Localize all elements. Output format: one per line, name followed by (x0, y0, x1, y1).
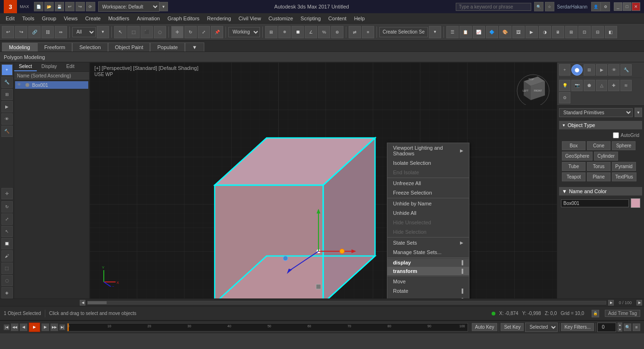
undo-btn[interactable]: ↩ (65, 2, 75, 11)
lock-selection-btn[interactable]: 🔒 (592, 310, 599, 317)
btn-cone[interactable]: Cone (587, 141, 611, 150)
left-utils-icon[interactable]: 🔨 (1, 126, 13, 137)
right-icon-plus[interactable]: + (559, 64, 570, 76)
timeline-prev-frame-btn[interactable]: ◀ (20, 323, 27, 331)
menu-scripting[interactable]: Scripting (297, 15, 325, 22)
btn-pyramid[interactable]: Pyramid (612, 162, 636, 171)
scene-tab-display[interactable]: Display (37, 62, 62, 71)
help-bookmark-btn[interactable]: ☆ (545, 2, 554, 11)
redo-toolbar-btn[interactable]: ↪ (15, 26, 27, 38)
save-btn[interactable]: 💾 (55, 2, 64, 11)
menu-edit[interactable]: Edit (2, 15, 18, 22)
cm-freeze-selection[interactable]: Freeze Selection (387, 188, 469, 197)
timeline-play-btn[interactable]: ▶ (29, 323, 40, 332)
ribbon-btn[interactable]: 📋 (460, 26, 472, 38)
btn-tube[interactable]: Tube (562, 162, 585, 171)
move-btn[interactable]: ✛ (171, 26, 184, 38)
autogrid-checkbox[interactable] (613, 132, 619, 138)
menu-modifiers[interactable]: Modifiers (104, 15, 133, 22)
unlink-btn[interactable]: ⛓ (42, 26, 54, 38)
scroll-right2-btn[interactable]: ▶ (636, 300, 642, 306)
extra-btn2[interactable]: ⊡ (578, 26, 591, 38)
cm-hide-unselected[interactable]: Hide Unselected (387, 218, 469, 227)
spinner-snap-btn[interactable]: ⊛ (331, 26, 343, 38)
extra-btn4[interactable]: ◧ (605, 26, 617, 38)
menu-create[interactable]: Create (81, 15, 104, 22)
close-btn[interactable]: ✕ (632, 2, 640, 11)
cm-scale[interactable]: Scale ▐ (387, 296, 469, 298)
render-btn[interactable]: ▶ (526, 26, 538, 38)
select-lasso-btn[interactable]: ◌ (154, 26, 166, 38)
curve-editor-btn[interactable]: 📈 (473, 26, 485, 38)
cm-isolate-selection[interactable]: Isolate Selection (387, 158, 469, 168)
layer-btn[interactable]: ☰ (446, 26, 459, 38)
set-key-btn[interactable]: Set Key (501, 323, 524, 331)
right-icon-modify[interactable]: ⬤ (571, 64, 583, 76)
frame-spinner[interactable]: ▲ ▼ (618, 323, 622, 332)
right-icon-light[interactable]: 💡 (559, 80, 570, 91)
render-frame-btn[interactable]: 🖥 (552, 26, 564, 38)
filter-dropdown[interactable]: All (72, 27, 96, 37)
right-icon-camera[interactable]: 📷 (571, 80, 583, 91)
btn-geosphere[interactable]: GeoSphere (562, 152, 593, 161)
open-btn[interactable]: 📂 (44, 2, 54, 11)
render-setup-btn[interactable]: 🖼 (512, 26, 525, 38)
new-btn[interactable]: 📄 (34, 2, 43, 11)
workspace-settings-btn[interactable]: ▼ (159, 2, 168, 11)
select-region-btn[interactable]: ⬚ (127, 26, 140, 38)
ref-coord-btn[interactable]: ⊞ (265, 26, 277, 38)
right-icon-systems[interactable]: ⚙ (559, 92, 570, 103)
left-modify-icon[interactable]: 🔧 (1, 77, 13, 88)
btn-torus[interactable]: Torus (587, 162, 611, 171)
material-btn[interactable]: 🎨 (499, 26, 511, 38)
timeline-prev-btn[interactable]: ◀◀ (11, 323, 18, 331)
right-icon-hierarchy[interactable]: ⊞ (584, 64, 595, 76)
tab-freeform[interactable]: Freeform (37, 43, 73, 51)
left-rotate-tool[interactable]: ↻ (1, 201, 13, 213)
btn-plane[interactable]: Plane (587, 172, 611, 181)
mirror-btn[interactable]: ⇌ (349, 26, 361, 38)
right-icon-geo[interactable]: ⬟ (584, 80, 595, 91)
right-icon-helpers[interactable]: ✚ (608, 80, 619, 91)
timeline-next-btn[interactable]: ▶▶ (50, 323, 58, 331)
left-display-icon[interactable]: 👁 (1, 113, 13, 125)
tab-object-paint[interactable]: Object Paint (108, 43, 151, 51)
schematic-btn[interactable]: 🔷 (486, 26, 498, 38)
left-rect-icon[interactable]: ⬚ (1, 263, 13, 274)
snap3d-btn[interactable]: 🔲 (292, 26, 304, 38)
left-move-tool[interactable]: ✛ (1, 188, 13, 199)
scene-tab-edit[interactable]: Edit (62, 62, 79, 71)
standard-primitives-dropdown[interactable]: Standard Primitives (559, 108, 633, 117)
btn-sphere[interactable]: Sphere (612, 141, 636, 150)
bind-btn[interactable]: ⇔ (55, 26, 67, 38)
timeline-home-btn[interactable]: |◀ (4, 324, 9, 330)
link-btn[interactable]: 🔗 (28, 26, 41, 38)
left-extra-icon[interactable]: ◈ (1, 287, 13, 298)
menu-views[interactable]: Views (60, 15, 81, 22)
cm-hide-selection[interactable]: Hide Selection (387, 227, 469, 237)
btn-textplus[interactable]: TextPlus (612, 172, 636, 181)
history-btn[interactable]: ⟳ (86, 2, 95, 11)
menu-graph-editors[interactable]: Graph Editors (164, 15, 203, 22)
menu-rendering[interactable]: Rendering (203, 15, 235, 22)
search-submit-btn[interactable]: 🔍 (534, 2, 544, 11)
auto-key-btn[interactable]: Auto Key (472, 323, 498, 331)
cm-move[interactable]: Move (387, 277, 469, 286)
left-create-icon[interactable]: + (1, 64, 13, 76)
menu-tools[interactable]: Tools (18, 15, 38, 22)
tab-populate[interactable]: Populate (150, 43, 184, 51)
menu-customize[interactable]: Customize (265, 15, 297, 22)
user-icon[interactable]: 👤 (591, 2, 601, 11)
search-input[interactable] (456, 3, 531, 11)
right-icon-shape[interactable]: △ (596, 80, 607, 91)
timeline-next-frame-btn[interactable]: ▶ (42, 323, 49, 331)
add-time-tag-btn[interactable]: Add Time Tag (605, 310, 640, 317)
maximize-btn[interactable]: □ (623, 2, 631, 11)
rotate-btn[interactable]: ↻ (184, 26, 197, 38)
left-motion-icon[interactable]: ▶ (1, 101, 13, 112)
select-obj-btn[interactable]: ↖ (114, 26, 126, 38)
more-btn[interactable]: ≡ (633, 323, 640, 331)
menu-content[interactable]: Content (325, 15, 351, 22)
left-select-icon[interactable]: ↖ (1, 226, 13, 237)
cm-unfreeze-all[interactable]: Unfreeze All (387, 179, 469, 188)
